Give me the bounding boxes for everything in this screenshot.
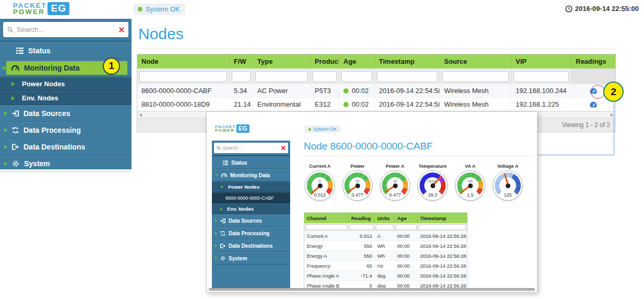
chevron-right-icon <box>4 111 7 116</box>
step-1-callout: 1 <box>103 58 120 75</box>
gauge-hub <box>468 183 473 188</box>
sidebar-item-power-nodes[interactable]: Power Nodes <box>0 77 132 91</box>
cell-type: Environmental <box>253 98 311 111</box>
cell-source: Wireless Mesh <box>440 98 511 111</box>
col-header-source[interactable]: Source <box>440 54 511 68</box>
gauge-temperature: Temperature degC -10 50 29.3 <box>416 164 449 201</box>
table-row[interactable]: 8600-0000-0000-CABF 5.34 AC Power P5T3 0… <box>137 84 615 98</box>
inset-system-status-badge: System OK <box>305 125 341 133</box>
gauge-value: 0.477 <box>343 192 372 198</box>
gauge-value: 125 <box>493 192 522 198</box>
gauge-dial: degC -10 50 29.3 <box>418 170 448 201</box>
sidebar-item-data-sources[interactable]: Data Sources <box>0 105 132 122</box>
inset-table-row: Energy 550 Wh 00:00 2016-09-14 22:56:28 <box>304 241 467 251</box>
scroll-left-arrow-icon[interactable] <box>139 113 142 117</box>
inset-cell-units: A <box>375 231 395 240</box>
gauge-unit: degC <box>418 179 447 183</box>
gauge-unit: W <box>380 179 410 183</box>
scroll-right-arrow-icon[interactable] <box>611 113 613 117</box>
inset-cell-timestamp: 2016-09-14 22:56:28 <box>418 271 467 280</box>
col-header-product[interactable]: Product <box>311 54 339 68</box>
filter-type-input[interactable] <box>255 71 308 82</box>
cell-vip: 192.168.100.244 <box>511 84 571 97</box>
filter-timestamp-input[interactable] <box>377 71 437 82</box>
inset-sidebar-label: Data Processing <box>229 231 269 236</box>
annotation-connector-vertical <box>614 102 614 155</box>
col-header-fw[interactable]: F/W <box>230 54 253 68</box>
inset-cell-age: 00:00 <box>395 241 418 250</box>
inset-header: PACKET POWER EG System OK <box>207 123 537 139</box>
inset-sidebar-item-monitoring-data: Monitoring Data <box>212 169 290 181</box>
inset-sidebar-label: Monitoring Data <box>230 172 270 178</box>
search-box[interactable] <box>3 22 128 37</box>
inset-sidebar-label: Env. Nodes <box>227 206 254 212</box>
sidebar-item-label: Data Destinations <box>23 143 85 151</box>
inset-status-label: System OK <box>313 126 337 132</box>
inset-search-area: Search... <box>212 141 290 156</box>
sidebar-item-env-nodes[interactable]: Env. Nodes <box>0 91 132 105</box>
chevron-right-icon <box>215 244 217 247</box>
filter-source-input[interactable] <box>442 71 509 82</box>
filter-age-input[interactable] <box>341 71 372 82</box>
cell-type: AC Power <box>253 84 311 97</box>
app-header: PACKET POWER EG System OK 2016-09-14 22:… <box>0 0 644 19</box>
gauge-title: Current A <box>309 164 330 169</box>
gauge-hub <box>431 183 435 188</box>
gauge-dial: W 0.477 <box>342 170 373 201</box>
inset-cell-reading: 0.012 <box>349 231 375 240</box>
sidebar-item-status[interactable]: Status <box>0 42 132 59</box>
gauge-title: Temperature <box>419 164 447 169</box>
col-header-age[interactable]: Age <box>339 54 375 68</box>
age-value: 00:02 <box>352 87 369 95</box>
cell-source: Wireless Mesh <box>440 84 511 97</box>
inset-gauge-row: Current A A 0.012 Power W 0.477 <box>304 164 533 201</box>
inset-col-timestamp: Timestamp <box>418 213 467 223</box>
sidebar-search-area <box>0 19 132 42</box>
col-header-vip[interactable]: VIP <box>511 54 571 68</box>
filter-product-input[interactable] <box>313 71 337 82</box>
filter-node-input[interactable] <box>139 71 227 82</box>
col-header-readings[interactable]: Readings <box>571 54 615 68</box>
inset-col-age: Age <box>395 213 418 223</box>
readings-gauge-icon[interactable] <box>589 101 598 108</box>
inset-col-reading: Reading <box>349 213 375 223</box>
chevron-down-icon <box>2 67 6 70</box>
packet-power-logo: PACKET POWER EG <box>13 2 69 15</box>
inset-cell-reading: 550 <box>349 241 375 250</box>
inset-table-header: Channel Reading Units Age Timestamp <box>304 213 467 223</box>
logo-line2: POWER <box>13 9 46 15</box>
sidebar-item-label: Data Sources <box>23 109 70 118</box>
inset-cell-age: 00:00 <box>395 261 418 270</box>
inset-sidebar-label: Power Nodes <box>228 184 259 190</box>
gauge-title: Power A <box>386 164 404 169</box>
sidebar-item-data-destinations[interactable]: Data Destinations <box>0 139 132 155</box>
sidebar-item-data-processing[interactable]: Data Processing <box>0 122 132 139</box>
refresh-icon <box>12 127 19 133</box>
inset-cell-channel: Energy <box>304 241 349 250</box>
inset-channel-table: Channel Reading Units Age Timestamp Curr… <box>304 212 468 291</box>
col-header-node[interactable]: Node <box>137 54 230 68</box>
table-row[interactable]: 8810-0000-0000-18D9 21.14 Environmental … <box>137 98 615 111</box>
col-header-type[interactable]: Type <box>253 54 311 68</box>
inset-cell-channel: Energy A <box>304 251 349 260</box>
chevron-right-icon <box>215 257 217 260</box>
search-input[interactable] <box>17 26 116 33</box>
inset-window-bottom-edge <box>209 288 535 291</box>
inset-page-title: Node 8600-0000-0000-CABF <box>304 141 533 152</box>
clear-search-icon[interactable] <box>119 27 124 32</box>
chevron-right-icon <box>220 208 222 211</box>
filter-fw-input[interactable] <box>232 71 251 82</box>
sidebar-item-system[interactable]: System <box>0 155 132 172</box>
filter-vip-input[interactable] <box>514 71 569 82</box>
inset-cell-age: 00:00 <box>395 231 418 240</box>
sidebar: Status Monitoring Data Power Nodes Env. … <box>0 19 132 169</box>
inset-logo-line2: POWER <box>215 129 236 133</box>
chevron-right-icon <box>4 128 7 132</box>
inset-title-divider <box>304 156 533 156</box>
inset-col-units: Units <box>375 213 395 223</box>
inset-sidebar-item-data-destinations: Data Destinations <box>212 239 290 252</box>
gauge-hub <box>506 183 510 188</box>
logo-badge: EG <box>47 2 69 15</box>
cell-timestamp: 2016-09-14 22:54:58 <box>375 84 440 97</box>
col-header-timestamp[interactable]: Timestamp <box>375 54 440 68</box>
